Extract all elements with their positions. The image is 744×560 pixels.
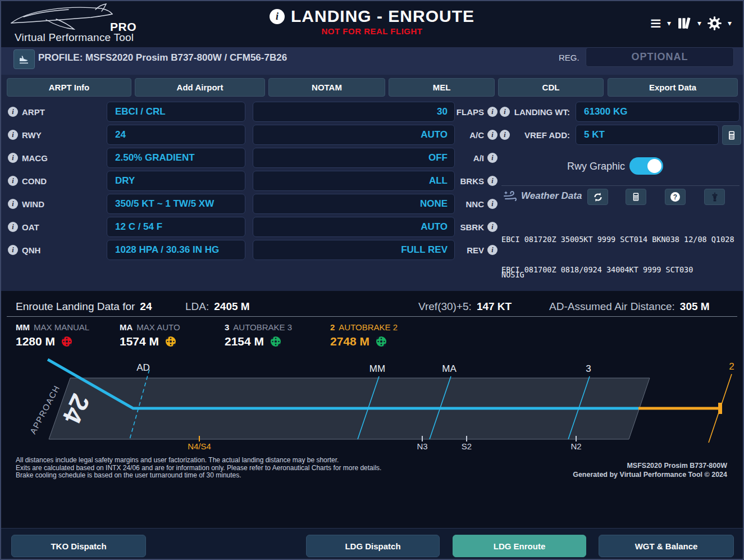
field-value: ALL (429, 175, 448, 186)
lda-readout: LDA: 2405 M (185, 301, 250, 313)
ma-marker-label: MA (442, 363, 457, 374)
info-icon[interactable]: i (487, 245, 497, 255)
field-label: BRKS (448, 176, 484, 186)
rev-input[interactable]: FULL REV (253, 240, 455, 260)
info-icon[interactable]: i (8, 153, 18, 163)
sbrk-input[interactable]: AUTO (253, 217, 455, 237)
info-icon[interactable]: i (500, 107, 510, 117)
cond-input[interactable]: DRY (107, 171, 245, 191)
air-distance-readout: AD-Assumed Air Distance: 305 M (549, 301, 710, 313)
brake-disc-icon (375, 335, 387, 348)
info-icon[interactable]: i (8, 199, 18, 209)
registration-input[interactable]: OPTIONAL (586, 47, 734, 67)
rwy-input[interactable]: 24 (107, 125, 245, 145)
ai-input[interactable]: OFF (253, 148, 455, 168)
result-code: MM (16, 322, 30, 332)
weather-refresh-button[interactable] (587, 189, 608, 205)
weather-data-title: Weather Data (521, 190, 582, 202)
ac-input[interactable]: AUTO (253, 125, 455, 145)
tab-wgt-balance[interactable]: WGT & Balance (599, 535, 734, 557)
menu-icon[interactable]: ≡ (650, 15, 661, 31)
add-airport-button[interactable]: Add Airport (135, 78, 265, 97)
qnh-input[interactable]: 1028 HPA / 30.36 IN HG (107, 240, 245, 260)
weather-help-button[interactable]: ? (665, 189, 686, 205)
vref-calculator-button[interactable] (722, 125, 741, 145)
rwy-graphic-toggle[interactable] (629, 157, 663, 175)
result-name: MAX MANUAL (34, 322, 89, 332)
field-label: QNH (22, 245, 40, 255)
nnc-input[interactable]: NONE (253, 194, 455, 214)
brake-disc-icon (165, 335, 177, 348)
result-name: MAX AUTO (136, 322, 180, 332)
field-value: 12 C / 54 F (115, 221, 162, 233)
wind-input[interactable]: 350/5 KT ~ 1 TW/5 XW (107, 194, 245, 214)
field-value: 350/5 KT ~ 1 TW/5 XW (115, 198, 214, 210)
field-value: AUTO (421, 221, 448, 233)
tab-ldg-enroute[interactable]: LDG Enroute (453, 535, 586, 557)
notam-button[interactable]: NOTAM (268, 78, 385, 97)
exit-label-s2: S2 (462, 441, 472, 451)
info-icon[interactable]: i (8, 222, 18, 232)
info-icon[interactable]: i (487, 153, 497, 163)
weather-tower-button[interactable] (704, 189, 725, 205)
field-label: COND (22, 176, 47, 186)
library-icon[interactable] (677, 16, 692, 31)
field-head-sbrk: SBRKi (448, 217, 497, 237)
weather-divider (501, 185, 740, 186)
result-name: AUTOBRAKE 2 (339, 322, 398, 332)
cdl-button[interactable]: CDL (498, 78, 604, 97)
info-icon[interactable]: i (8, 107, 18, 117)
result-max-auto: MAMAX AUTO 1574 M (120, 322, 180, 348)
landing-data-title: Enroute Landing Data for 24 (16, 301, 152, 313)
flaps-input[interactable]: 30 (253, 102, 455, 122)
info-icon[interactable]: i (8, 245, 18, 255)
note-line: Brake cooling schedule is based on the u… (16, 472, 381, 480)
vref-value: 147 KT (477, 301, 512, 313)
info-icon[interactable]: i (8, 176, 18, 186)
question-icon: ? (670, 192, 680, 202)
result-max-manual: MMMAX MANUAL 1280 M (16, 322, 89, 348)
rwy-graphic-label: Rwy Graphic (508, 156, 625, 176)
brks-input[interactable]: ALL (253, 171, 455, 191)
field-label: OAT (22, 222, 39, 232)
settings-caret-icon[interactable]: ▾ (728, 19, 732, 27)
arpt-input[interactable]: EBCI / CRL (107, 102, 245, 122)
reg-label: REG. (559, 53, 579, 62)
field-value: 61300 KG (584, 106, 628, 117)
field-head-wind: iWIND (8, 194, 44, 214)
tab-ldg-dispatch[interactable]: LDG Dispatch (306, 535, 440, 557)
field-label: FLAPS (448, 107, 484, 117)
vref-add-input[interactable]: 5 KT (576, 125, 719, 145)
info-icon[interactable]: i (487, 176, 497, 186)
field-value: NONE (420, 198, 448, 210)
title-info-icon[interactable]: i (270, 9, 285, 24)
arpt-info-button[interactable]: ARPT Info (7, 78, 131, 97)
field-head-rwy: iRWY (8, 125, 42, 145)
oat-input[interactable]: 12 C / 54 F (107, 217, 245, 237)
field-head-oat: iOAT (8, 217, 39, 237)
info-icon[interactable]: i (8, 130, 18, 140)
mel-button[interactable]: MEL (389, 78, 495, 97)
info-icon[interactable]: i (487, 130, 497, 140)
title-block: i LANDING - ENROUTE NOT FOR REAL FLIGHT (0, 7, 744, 36)
button-label: NOTAM (312, 83, 342, 92)
info-icon[interactable]: i (487, 222, 497, 232)
weather-calculator-button[interactable] (626, 189, 646, 205)
landing-wt-input[interactable]: 61300 KG (576, 102, 740, 122)
settings-gear-icon[interactable] (707, 16, 722, 31)
info-icon[interactable]: i (487, 199, 497, 209)
menu-caret-icon[interactable]: ▾ (667, 19, 671, 27)
export-data-button[interactable]: Export Data (608, 78, 738, 97)
field-label: RWY (22, 130, 42, 140)
toggle-knob (647, 159, 661, 173)
field-value: 30 (437, 106, 448, 117)
result-value: 1574 M (120, 335, 159, 348)
lda-label: LDA: (185, 301, 209, 313)
info-icon[interactable]: i (500, 130, 510, 140)
macg-input[interactable]: 2.50% GRADIENT (107, 148, 245, 168)
profile-plane-button[interactable] (13, 49, 35, 69)
info-icon[interactable]: i (487, 107, 497, 117)
ab2-marker-label: 2 (729, 361, 734, 372)
tab-tko-dispatch[interactable]: TKO Dispatch (11, 535, 146, 557)
library-caret-icon[interactable]: ▾ (697, 19, 701, 27)
